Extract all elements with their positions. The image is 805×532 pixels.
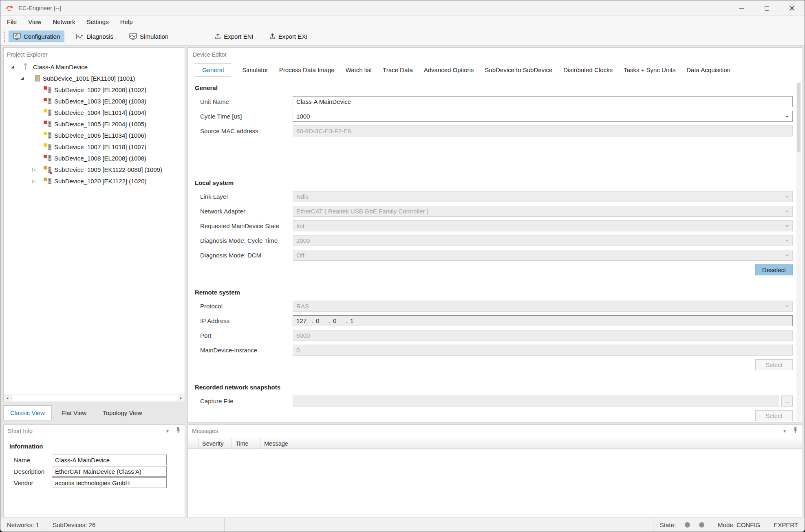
- ip-octet[interactable]: 0: [316, 317, 326, 324]
- menu-help[interactable]: Help: [115, 17, 139, 26]
- cycle-time-us-dropdown[interactable]: 1000: [293, 111, 793, 122]
- info-row-description: DescriptionEtherCAT MainDevice (Class A): [4, 466, 185, 477]
- pin-icon[interactable]: [793, 427, 798, 435]
- messages-col-severity[interactable]: Severity: [198, 438, 232, 448]
- select-button[interactable]: Select: [755, 410, 793, 421]
- menu-settings[interactable]: Settings: [81, 17, 114, 26]
- module-yellow-icon: [44, 109, 52, 116]
- module-red-icon: [44, 98, 52, 105]
- scrollbar-thumb[interactable]: [797, 83, 801, 152]
- tab-data-acquisition[interactable]: Data Acquisition: [686, 64, 730, 76]
- editor-vertical-scrollbar[interactable]: [796, 82, 801, 421]
- field-label: IP Address: [195, 317, 293, 324]
- unit-name-input[interactable]: Class-A MainDevice: [293, 96, 793, 107]
- tab-process-data-image[interactable]: Process Data Image: [279, 64, 335, 76]
- view-tab-topology-view[interactable]: Topology View: [96, 406, 148, 420]
- view-tabs: Classic ViewFlat ViewTopology View: [3, 404, 185, 421]
- maximize-button[interactable]: [754, 0, 779, 16]
- tab-advanced-options[interactable]: Advanced Options: [424, 64, 474, 76]
- info-value-vendor[interactable]: acontis technologies GmbH: [52, 477, 167, 488]
- tree-item-subdevice-1006[interactable]: SubDevice_1006 [EL1034] (1006): [4, 130, 185, 141]
- tab-trace-data[interactable]: Trace Data: [383, 64, 413, 76]
- minimize-button[interactable]: [729, 0, 754, 16]
- tree-item-class-a[interactable]: Class-A MainDevice: [4, 61, 185, 73]
- tree-item-subdevice-1001[interactable]: SubDevice_1001 [EK1100] (1001): [4, 73, 185, 84]
- view-tab-flat-view[interactable]: Flat View: [55, 406, 93, 420]
- close-button[interactable]: ✕: [779, 0, 805, 16]
- chevron-down-icon: [785, 225, 789, 227]
- export-exi-button[interactable]: Export EXI: [265, 31, 312, 42]
- tree-item-subdevice-1004[interactable]: SubDevice_1004 [EL1014] (1004): [4, 107, 185, 118]
- tab-subdevice-to-subdevice[interactable]: SubDevice to SubDevice: [485, 64, 552, 76]
- diagnosis-button[interactable]: Diagnosis: [71, 31, 118, 42]
- browse-button[interactable]: ...: [781, 396, 793, 407]
- messages-col-message[interactable]: Message: [260, 438, 802, 448]
- form-row-link-layer: Link LayerNdis: [195, 191, 793, 202]
- ip-octet[interactable]: 0: [333, 317, 343, 324]
- export-eni-button[interactable]: Export ENI: [210, 31, 258, 42]
- simulation-icon: [129, 33, 137, 40]
- info-value-name[interactable]: Class-A MainDevice: [52, 455, 167, 465]
- tree-expanded-icon[interactable]: [11, 66, 14, 68]
- ip-address-input[interactable]: 127.0.0.1: [293, 315, 793, 326]
- scroll-left-icon[interactable]: ◂: [4, 394, 11, 402]
- tree-item-subdevice-1008[interactable]: SubDevice_1008 [EL2008] (1008): [4, 152, 185, 164]
- device-editor-tabs: GeneralSimulatorProcess Data ImageWatch …: [195, 62, 794, 77]
- tree-item-subdevice-1003[interactable]: SubDevice_1003 [EL2008] (1003): [4, 95, 185, 107]
- tree-item-label: Class-A MainDevice: [33, 64, 88, 70]
- field-label: MainDevice-Instance: [195, 347, 293, 354]
- tree-item-subdevice-1007[interactable]: SubDevice_1007 [EL1018] (1007): [4, 141, 185, 152]
- section-heading-general: General: [195, 84, 793, 91]
- diagnosis-mode-dcm-dropdown: Off: [293, 250, 793, 261]
- tree-item-label: SubDevice_1001 [EK1100] (1001): [43, 75, 135, 82]
- tree-collapsed-icon[interactable]: ▷: [32, 167, 35, 172]
- tab-general[interactable]: General: [195, 63, 231, 77]
- simulation-label: Simulation: [140, 33, 168, 40]
- tree-expanded-icon[interactable]: [21, 77, 24, 80]
- module-red-icon: [44, 155, 52, 162]
- select-button[interactable]: Select: [755, 359, 793, 370]
- tree-item-label: SubDevice_1006 [EL1034] (1006): [54, 132, 146, 139]
- menu-bar: FileViewNetworkSettingsHelp: [0, 16, 805, 27]
- form-row-capture-file: Capture File...: [195, 396, 793, 407]
- field-label: Diagnosis Mode: Cycle Time: [195, 237, 293, 244]
- menu-network[interactable]: Network: [47, 17, 81, 26]
- port-input: 6000: [293, 330, 793, 341]
- tab-distributed-clocks[interactable]: Distributed Clocks: [563, 64, 613, 76]
- tree-item-subdevice-1020[interactable]: ▷SubDevice_1020 [EK1122] (1020): [4, 175, 185, 187]
- view-tab-classic-view[interactable]: Classic View: [3, 405, 52, 420]
- collapse-chevron-icon[interactable]: ▼: [783, 429, 787, 433]
- status-expert[interactable]: EXPERT: [767, 518, 805, 532]
- scrollbar-thumb[interactable]: [11, 395, 177, 401]
- configuration-button[interactable]: Configuration: [9, 31, 64, 42]
- tree-item-subdevice-1009[interactable]: ▷SubDevice_1009 [EK1122-0080] (1009): [4, 164, 185, 175]
- toolbar-grip[interactable]: [4, 31, 5, 42]
- tree-collapsed-icon[interactable]: ▷: [32, 179, 35, 183]
- tree-horizontal-scrollbar[interactable]: ◂ ▸: [4, 394, 185, 402]
- ip-octet[interactable]: 1: [350, 317, 360, 324]
- tab-watch-list[interactable]: Watch list: [346, 64, 372, 76]
- deselect-button[interactable]: Deselect: [755, 264, 793, 275]
- messages-panel: Messages ▼ SeverityTimeMessage: [187, 424, 802, 517]
- tree-item-subdevice-1002[interactable]: SubDevice_1002 [EL2008] (1002): [4, 84, 185, 95]
- tab-simulator[interactable]: Simulator: [242, 64, 268, 76]
- tree-item-subdevice-1005[interactable]: SubDevice_1005 [EL2004] (1005): [4, 118, 185, 130]
- messages-col-time[interactable]: Time: [232, 438, 260, 448]
- simulation-button[interactable]: Simulation: [125, 31, 173, 42]
- diagnosis-label: Diagnosis: [86, 33, 113, 40]
- app-logo-icon: [6, 5, 15, 11]
- tree-item-label: SubDevice_1007 [EL1018] (1007): [54, 143, 146, 150]
- scroll-right-icon[interactable]: ▸: [177, 394, 185, 402]
- tree-item-label: SubDevice_1005 [EL2004] (1005): [54, 121, 146, 128]
- info-value-description[interactable]: EtherCAT MainDevice (Class A): [52, 466, 167, 477]
- status-state: State:: [653, 518, 711, 532]
- ip-octet[interactable]: 127: [296, 317, 309, 324]
- tree-item-label: SubDevice_1003 [EL2008] (1003): [54, 98, 146, 105]
- pin-icon[interactable]: [176, 427, 181, 435]
- menu-view[interactable]: View: [22, 17, 47, 26]
- device-tree: Class-A MainDeviceSubDevice_1001 [EK1100…: [4, 61, 185, 394]
- collapse-chevron-icon[interactable]: ▼: [165, 429, 170, 433]
- tab-tasks-sync-units[interactable]: Tasks + Sync Units: [624, 64, 675, 76]
- menu-file[interactable]: File: [1, 17, 22, 26]
- chevron-down-icon: [785, 211, 789, 213]
